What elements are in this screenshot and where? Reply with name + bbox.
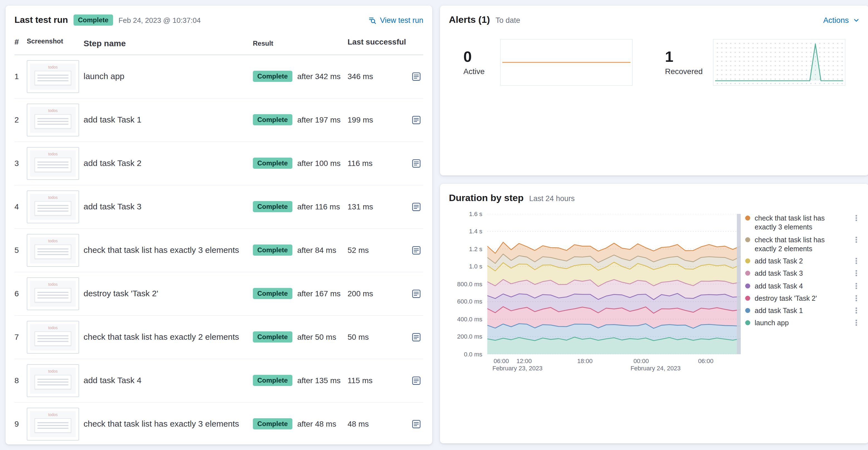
step-last-successful: 131 ms	[347, 202, 398, 211]
legend-item[interactable]: add task Task 2	[745, 257, 860, 266]
legend-item-menu-button[interactable]	[853, 257, 860, 264]
step-result-cell: Completeafter 197 ms	[253, 114, 347, 125]
step-after-duration: after 342 ms	[297, 72, 341, 81]
step-status-badge: Complete	[253, 331, 292, 343]
view-test-run-link[interactable]: View test run	[368, 16, 423, 24]
step-after-duration: after 48 ms	[297, 419, 336, 428]
step-detail-button[interactable]	[409, 330, 423, 344]
legend-item-menu-button[interactable]	[853, 215, 860, 222]
thumbnail-todos-text: todos	[48, 195, 58, 199]
step-screenshot-cell: todos	[27, 147, 84, 180]
legend-item[interactable]: add task Task 4	[745, 282, 860, 291]
step-screenshot-thumbnail[interactable]: todos	[27, 190, 79, 223]
step-result-cell: Completeafter 167 ms	[253, 288, 347, 299]
step-screenshot-thumbnail[interactable]: todos	[27, 103, 79, 136]
legend-item[interactable]: check that task list has exactly 3 eleme…	[745, 214, 860, 232]
legend-label: destroy task 'Task 2'	[755, 294, 848, 303]
legend-item-menu-button[interactable]	[853, 319, 860, 327]
step-screenshot-cell: todos	[27, 103, 84, 136]
step-name: check that task list has exactly 3 eleme…	[84, 244, 253, 256]
legend-color-dot	[745, 308, 750, 313]
vertical-dots-icon	[853, 307, 860, 314]
thumbnail-app-preview: todos	[30, 281, 76, 307]
step-screenshot-thumbnail[interactable]: todos	[27, 277, 79, 310]
thumbnail-todos-text: todos	[48, 282, 58, 286]
step-row: 9todoscheck that task list has exactly 3…	[14, 403, 423, 444]
steps-table-body: 1todoslaunch appCompleteafter 342 ms346 …	[14, 55, 423, 444]
active-alerts-sparkline[interactable]	[500, 39, 633, 86]
duration-title: Duration by step	[449, 193, 524, 204]
alerts-title: Alerts (1)	[449, 14, 490, 26]
legend-label: launch app	[755, 319, 848, 328]
legend-item-menu-button[interactable]	[853, 270, 860, 277]
legend-item-menu-button[interactable]	[853, 307, 860, 314]
step-detail-button[interactable]	[409, 287, 423, 300]
thumbnail-app-preview: todos	[30, 194, 76, 220]
legend-item[interactable]: launch app	[745, 319, 860, 328]
step-number: 7	[14, 332, 27, 342]
step-action-cell	[398, 200, 423, 214]
step-result-cell: Completeafter 100 ms	[253, 158, 347, 169]
x-axis-date-label: February 23, 2023	[492, 365, 542, 372]
step-screenshot-cell: todos	[27, 321, 84, 353]
legend-item-menu-button[interactable]	[853, 236, 860, 243]
step-detail-button[interactable]	[409, 69, 423, 83]
step-screenshot-thumbnail[interactable]: todos	[27, 321, 79, 353]
column-header-screenshot: Screenshot	[27, 37, 84, 50]
actions-dropdown-button[interactable]: Actions	[823, 15, 860, 25]
step-screenshot-thumbnail[interactable]: todos	[27, 147, 79, 180]
step-action-cell	[398, 69, 423, 83]
vertical-dots-icon	[853, 257, 860, 264]
duration-stacked-area-chart[interactable]	[487, 214, 741, 354]
thumbnail-card	[34, 201, 71, 215]
step-number: 6	[14, 289, 27, 298]
step-screenshot-thumbnail[interactable]: todos	[27, 60, 79, 93]
step-detail-icon	[411, 245, 421, 255]
step-screenshot-thumbnail[interactable]: todos	[27, 234, 79, 266]
legend-item[interactable]: check that task list has exactly 2 eleme…	[745, 235, 860, 253]
step-result-cell: Completeafter 116 ms	[253, 201, 347, 212]
duration-x-axis: 06:0012:0018:0000:0006:00February 23, 20…	[487, 356, 741, 380]
column-header-step-name: Step name	[84, 37, 253, 50]
step-after-duration: after 50 ms	[297, 332, 336, 342]
legend-color-dot	[745, 296, 750, 301]
legend-item[interactable]: add task Task 3	[745, 269, 860, 279]
active-alerts-chart	[501, 39, 632, 85]
thumbnail-todos-text: todos	[48, 152, 58, 156]
step-screenshot-thumbnail[interactable]: todos	[27, 408, 79, 440]
last-test-run-header: Last test run Complete Feb 24, 2023 @ 10…	[14, 14, 423, 26]
step-status-badge: Complete	[253, 288, 292, 299]
legend-item-menu-button[interactable]	[853, 295, 860, 302]
step-detail-button[interactable]	[409, 113, 423, 127]
alerts-subtitle: To date	[495, 16, 520, 24]
y-axis-tick-label: 1.2 s	[469, 245, 482, 252]
step-status-badge: Complete	[253, 71, 292, 82]
step-detail-button[interactable]	[409, 243, 423, 257]
step-action-cell	[398, 330, 423, 344]
step-number: 1	[14, 72, 27, 81]
vertical-dots-icon	[853, 270, 860, 277]
step-detail-button[interactable]	[409, 156, 423, 170]
step-screenshot-cell: todos	[27, 190, 84, 223]
step-screenshot-thumbnail[interactable]: todos	[27, 364, 79, 397]
step-number: 2	[14, 115, 27, 124]
y-axis-tick-label: 1.0 s	[469, 263, 482, 269]
step-name: add task Task 2	[84, 157, 253, 169]
recovered-alerts-count: 1	[665, 49, 713, 65]
step-row: 8todosadd task Task 4Completeafter 135 m…	[14, 359, 423, 403]
step-detail-button[interactable]	[409, 417, 423, 431]
step-detail-button[interactable]	[409, 200, 423, 214]
step-status-badge: Complete	[253, 201, 292, 212]
step-row: 2todosadd task Task 1Completeafter 197 m…	[14, 98, 423, 142]
legend-item-menu-button[interactable]	[853, 282, 860, 289]
legend-label: check that task list has exactly 2 eleme…	[755, 235, 848, 253]
column-header-result: Result	[253, 37, 347, 50]
legend-item[interactable]: destroy task 'Task 2'	[745, 294, 860, 303]
legend-item[interactable]: add task Task 1	[745, 306, 860, 316]
step-action-cell	[398, 113, 423, 127]
step-after-duration: after 135 ms	[297, 376, 341, 385]
thumbnail-card	[34, 70, 71, 85]
recovered-alerts-sparkline[interactable]	[713, 39, 845, 86]
step-last-successful: 52 ms	[347, 246, 398, 255]
step-detail-button[interactable]	[409, 374, 423, 387]
